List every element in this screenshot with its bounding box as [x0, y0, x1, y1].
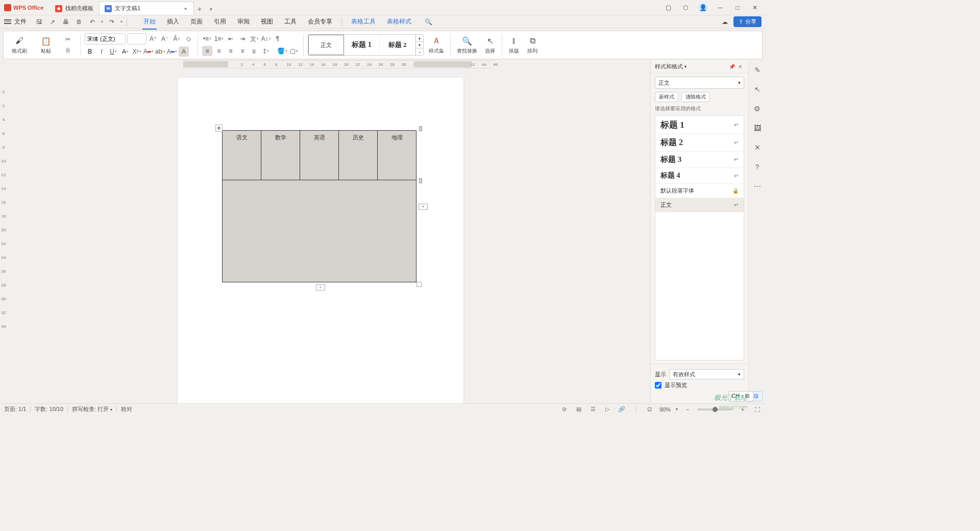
- undo-icon[interactable]: ↶: [88, 17, 97, 27]
- avatar-button[interactable]: 👤: [696, 2, 709, 14]
- status-page[interactable]: 页面: 1/1: [4, 405, 26, 413]
- search-icon[interactable]: 🔍: [424, 17, 433, 27]
- maximize-button[interactable]: □: [731, 2, 744, 14]
- menu-reference[interactable]: 引用: [209, 15, 231, 28]
- style-list-item[interactable]: 标题 1↵: [655, 116, 744, 134]
- copy-icon[interactable]: ⎘: [63, 45, 73, 56]
- print-preview-icon[interactable]: 🗎: [75, 17, 84, 27]
- highlight-icon[interactable]: ab: [155, 46, 165, 57]
- view-web-icon[interactable]: 🔗: [617, 405, 626, 414]
- more-icon[interactable]: ⋯: [752, 181, 763, 192]
- format-painter-button[interactable]: 🖌格式刷: [10, 34, 29, 56]
- table-cell[interactable]: 地理: [378, 131, 416, 180]
- text-color-icon[interactable]: A: [167, 46, 177, 57]
- style-list-item[interactable]: 标题 2↵: [655, 134, 744, 152]
- horizontal-ruler[interactable]: 8642246810121416182022242628303234363840…: [7, 60, 650, 68]
- menu-tools[interactable]: 工具: [279, 15, 302, 28]
- style-list-item[interactable]: 正文↵: [655, 198, 744, 212]
- status-words[interactable]: 字数: 10/10: [35, 405, 63, 413]
- align-justify-icon[interactable]: ≡: [237, 46, 248, 56]
- align-right-icon[interactable]: ≡: [226, 46, 236, 56]
- status-proof[interactable]: 校对: [121, 405, 132, 413]
- cloud-sync-icon[interactable]: ⊘: [560, 405, 569, 414]
- line-spacing-icon[interactable]: ‡: [261, 46, 271, 56]
- menu-vip[interactable]: 会员专享: [303, 15, 337, 28]
- menu-table-style[interactable]: 表格样式: [382, 15, 416, 28]
- style-scroll-up[interactable]: ▴: [416, 35, 423, 42]
- show-marks-icon[interactable]: ¶: [273, 34, 283, 44]
- new-style-button[interactable]: 新样式: [655, 92, 678, 102]
- tab-add-button[interactable]: ＋: [194, 4, 205, 15]
- table-cell-merged[interactable]: [223, 180, 416, 282]
- redo-icon[interactable]: ↷: [107, 17, 116, 27]
- edit-icon[interactable]: ✎: [752, 64, 763, 76]
- table-cell[interactable]: 语文: [223, 131, 261, 180]
- style-scroll-down[interactable]: ▾: [416, 42, 423, 49]
- table-resize-handle[interactable]: [416, 282, 422, 287]
- menu-page[interactable]: 页面: [185, 15, 208, 28]
- cube-icon[interactable]: ⬡: [679, 2, 692, 14]
- border-icon[interactable]: ▢: [289, 46, 299, 56]
- share-button[interactable]: ⇪分享: [733, 16, 762, 27]
- page[interactable]: ✥ 语文 数学 英语 历史 地理 + +: [178, 78, 463, 403]
- underline-icon[interactable]: U: [108, 46, 118, 57]
- settings-icon[interactable]: ⚙: [752, 103, 763, 114]
- italic-icon[interactable]: I: [96, 46, 107, 57]
- select-tool-icon[interactable]: ↖: [752, 84, 763, 95]
- pin-icon[interactable]: 📌: [728, 63, 736, 71]
- font-size-select[interactable]: [127, 33, 146, 44]
- tab-add-dropdown[interactable]: ▾: [205, 4, 216, 15]
- view-read-icon[interactable]: ▷: [603, 405, 612, 414]
- table-cell[interactable]: 数学: [261, 131, 300, 180]
- increase-font-icon[interactable]: A⁺: [148, 34, 158, 44]
- superscript-icon[interactable]: X²: [132, 46, 142, 57]
- cut-icon[interactable]: ✂: [63, 34, 73, 44]
- view-print-icon[interactable]: ▤: [574, 405, 583, 414]
- font-color-icon[interactable]: A: [143, 46, 154, 57]
- current-style-select[interactable]: 正文▾: [655, 77, 744, 89]
- style-list-item[interactable]: 默认段落字体🔒: [655, 184, 744, 198]
- image-icon[interactable]: 🖼: [752, 123, 763, 134]
- table-add-row-button[interactable]: +: [316, 284, 325, 291]
- strikethrough-icon[interactable]: A̶: [120, 46, 130, 57]
- sort-icon[interactable]: A↕: [261, 34, 271, 44]
- style-set-button[interactable]: Ａ样式集: [427, 34, 446, 56]
- decrease-font-icon[interactable]: A⁻: [160, 34, 170, 44]
- show-preview-checkbox[interactable]: [655, 382, 662, 389]
- zoom-slider[interactable]: [697, 408, 733, 411]
- table-add-col-button[interactable]: +: [419, 204, 428, 210]
- menu-insert[interactable]: 插入: [162, 15, 184, 28]
- cloud-icon[interactable]: ☁: [720, 17, 729, 27]
- align-center-icon[interactable]: ≡: [214, 46, 224, 56]
- tab-document[interactable]: W 文字文稿1 ●: [99, 2, 194, 15]
- table-cell[interactable]: 历史: [339, 131, 378, 180]
- style-expand[interactable]: ⌄: [416, 49, 423, 55]
- save-icon[interactable]: 🖫: [35, 17, 44, 27]
- menu-view[interactable]: 视图: [256, 15, 278, 28]
- fill-color-icon[interactable]: 🪣: [277, 46, 287, 56]
- find-replace-button[interactable]: 🔍查找替换: [455, 34, 479, 56]
- file-menu[interactable]: 文件: [14, 17, 27, 26]
- export-icon[interactable]: ↗: [48, 17, 57, 27]
- text-direction-icon[interactable]: 文: [249, 34, 259, 44]
- style-heading-2[interactable]: 标题 2: [380, 35, 415, 55]
- align-left-icon[interactable]: ≡: [202, 46, 212, 56]
- ime-indicator[interactable]: CH ♪ 简: [728, 391, 753, 401]
- style-heading-1[interactable]: 标题 1: [344, 35, 380, 55]
- clear-format-icon[interactable]: ◇: [183, 34, 193, 44]
- status-spellcheck[interactable]: 拼写检查: 打开 ▾: [72, 405, 112, 413]
- bold-icon[interactable]: B: [85, 46, 95, 57]
- increase-indent-icon[interactable]: ⇥: [237, 34, 248, 44]
- window-mode-icon[interactable]: ▢: [662, 2, 675, 14]
- help-icon[interactable]: ?: [752, 161, 763, 173]
- print-icon[interactable]: 🖶: [61, 17, 70, 27]
- menu-start[interactable]: 开始: [138, 15, 161, 28]
- font-name-select[interactable]: [85, 33, 126, 44]
- number-list-icon[interactable]: 1≡: [214, 34, 224, 44]
- bullet-list-icon[interactable]: •≡: [202, 34, 212, 44]
- style-body[interactable]: 正文: [308, 35, 344, 55]
- zoom-value[interactable]: 90%: [659, 406, 671, 413]
- decrease-indent-icon[interactable]: ⇤: [226, 34, 236, 44]
- view-outline-icon[interactable]: ☰: [589, 405, 598, 414]
- close-button[interactable]: ✕: [748, 2, 762, 14]
